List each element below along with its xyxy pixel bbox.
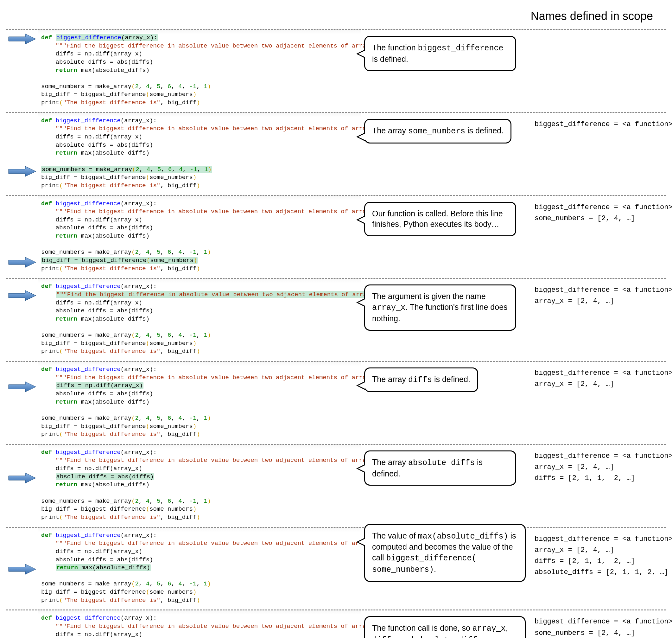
step-4: def biggest_difference(array_x): """Find…	[6, 278, 666, 361]
callout-column: The value of max(absolute_diffs) is comp…	[361, 528, 529, 588]
step-2: def biggest_difference(array_x): """Find…	[6, 112, 666, 195]
code-block: def biggest_difference(array_x): """Find…	[38, 30, 361, 112]
callout-bubble: The function biggest_difference is defin…	[364, 36, 516, 71]
steps-container: def biggest_difference(array_x): """Find…	[6, 29, 666, 638]
code-block: def biggest_difference(array_x): """Find…	[38, 528, 361, 610]
step-3: def biggest_difference(array_x): """Find…	[6, 195, 666, 278]
code-block: def biggest_difference(array_x): """Find…	[38, 610, 361, 638]
callout-bubble: The function call is done, so array_x, d…	[364, 616, 526, 638]
execution-arrow-icon	[8, 381, 36, 393]
step-5: def biggest_difference(array_x): """Find…	[6, 361, 666, 444]
execution-arrow-icon	[8, 472, 36, 484]
callout-bubble: The array some_numbers is defined.	[364, 119, 512, 144]
scope-listing: biggest_difference = <a function> array_…	[529, 445, 672, 487]
callout-bubble: The argument is given the name array_x. …	[364, 284, 516, 331]
callout-column: The array diffs is defined.	[361, 362, 529, 398]
arrow-column	[6, 196, 38, 278]
arrow-column	[6, 528, 38, 610]
execution-arrow-icon	[8, 563, 36, 575]
execution-arrow-icon	[8, 289, 36, 302]
scope-listing: biggest_difference = <a function> some_n…	[529, 610, 672, 638]
scope-listing	[529, 30, 666, 39]
scope-listing: biggest_difference = <a function> array_…	[529, 528, 672, 581]
callout-column: The argument is given the name array_x. …	[361, 279, 529, 336]
callout-bubble: Our function is called. Before this line…	[364, 202, 516, 237]
header-title: Names defined in scope	[6, 6, 666, 29]
code-block: def biggest_difference(array_x): """Find…	[38, 113, 361, 195]
arrow-column	[6, 279, 38, 361]
callout-column: The array some_numbers is defined.	[361, 113, 529, 149]
callout-bubble: The array diffs is defined.	[364, 368, 478, 392]
code-block: def biggest_difference(array_x): """Find…	[38, 196, 361, 278]
callout-column: Our function is called. Before this line…	[361, 196, 529, 242]
step-1: def biggest_difference(array_x): """Find…	[6, 29, 666, 112]
arrow-column	[6, 445, 38, 527]
arrow-column	[6, 113, 38, 195]
step-8: def biggest_difference(array_x): """Find…	[6, 609, 666, 638]
code-block: def biggest_difference(array_x): """Find…	[38, 362, 361, 444]
callout-column: The function call is done, so array_x, d…	[361, 610, 529, 638]
scope-listing: biggest_difference = <a function>	[529, 113, 672, 133]
scope-listing: biggest_difference = <a function> array_…	[529, 362, 672, 393]
arrow-column	[6, 30, 38, 112]
callout-bubble: The array absolute_diffs is defined.	[364, 451, 516, 486]
execution-arrow-icon	[8, 165, 36, 178]
code-block: def biggest_difference(array_x): """Find…	[38, 445, 361, 527]
callout-bubble: The value of max(absolute_diffs) is comp…	[364, 524, 526, 582]
execution-arrow-icon	[8, 256, 36, 268]
step-6: def biggest_difference(array_x): """Find…	[6, 444, 666, 527]
arrow-column	[6, 610, 38, 638]
callout-column: The function biggest_difference is defin…	[361, 30, 529, 77]
scope-listing: biggest_difference = <a function> array_…	[529, 279, 672, 310]
code-block: def biggest_difference(array_x): """Find…	[38, 279, 361, 361]
scope-listing: biggest_difference = <a function> some_n…	[529, 196, 672, 227]
step-7: def biggest_difference(array_x): """Find…	[6, 527, 666, 610]
callout-column: The array absolute_diffs is defined.	[361, 445, 529, 492]
arrow-column	[6, 362, 38, 444]
execution-arrow-icon	[8, 33, 36, 45]
